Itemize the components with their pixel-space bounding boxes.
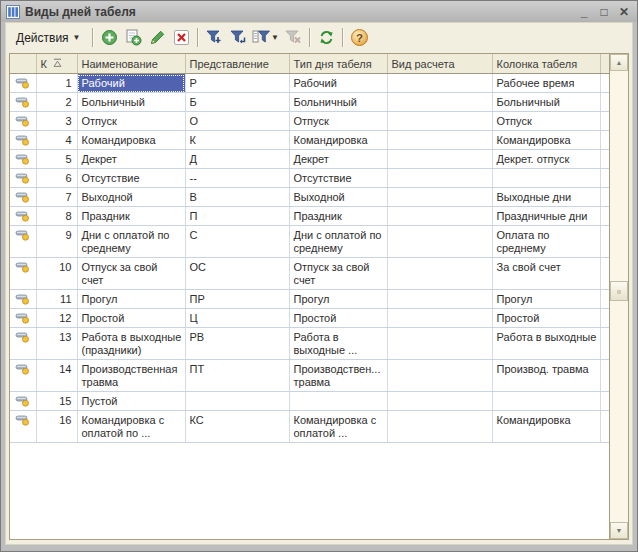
day-type-cell[interactable]: Отсутствие — [289, 169, 387, 188]
code-cell[interactable]: 14 — [36, 360, 77, 392]
header-presentation[interactable]: Представление — [185, 54, 289, 74]
filler-cell[interactable] — [600, 131, 609, 150]
name-cell[interactable]: Отпуск за свой счет — [77, 258, 185, 290]
timesheet-column-cell[interactable] — [492, 169, 600, 188]
presentation-cell[interactable]: С — [185, 226, 289, 258]
filler-cell[interactable] — [600, 392, 609, 411]
calc-kind-cell[interactable] — [387, 112, 492, 131]
presentation-cell[interactable]: РВ — [185, 328, 289, 360]
titlebar[interactable]: Виды дней табеля _ □ ✕ — [1, 1, 637, 22]
presentation-cell[interactable]: О — [185, 112, 289, 131]
name-cell[interactable]: Работа в выходные (праздники) — [77, 328, 185, 360]
refresh-button[interactable] — [315, 26, 338, 49]
filler-cell[interactable] — [600, 150, 609, 169]
name-cell[interactable]: Рабочий — [77, 74, 185, 93]
name-cell[interactable]: Отсутствие — [77, 169, 185, 188]
code-cell[interactable]: 12 — [36, 309, 77, 328]
filter-and-sort-button[interactable] — [203, 26, 226, 49]
timesheet-column-cell[interactable]: Праздничные дни — [492, 207, 600, 226]
scrollbar-thumb[interactable] — [610, 281, 628, 301]
header-timesheet-column[interactable]: Колонка табеля — [492, 54, 600, 74]
help-button[interactable]: ? — [348, 26, 371, 49]
filler-cell[interactable] — [600, 360, 609, 392]
code-cell[interactable]: 10 — [36, 258, 77, 290]
calc-kind-cell[interactable] — [387, 328, 492, 360]
presentation-cell[interactable]: Р — [185, 74, 289, 93]
day-type-cell[interactable]: Декрет — [289, 150, 387, 169]
presentation-cell[interactable]: П — [185, 207, 289, 226]
calc-kind-cell[interactable] — [387, 290, 492, 309]
name-cell[interactable]: Прогул — [77, 290, 185, 309]
presentation-cell[interactable]: Ц — [185, 309, 289, 328]
presentation-cell[interactable]: ОС — [185, 258, 289, 290]
code-cell[interactable]: 16 — [36, 411, 77, 443]
day-type-cell[interactable]: Дни с оплатой по среднему — [289, 226, 387, 258]
scroll-down-button[interactable]: ▼ — [610, 522, 628, 539]
code-cell[interactable]: 7 — [36, 188, 77, 207]
code-cell[interactable]: 1 — [36, 74, 77, 93]
filler-cell[interactable] — [600, 169, 609, 188]
timesheet-column-cell[interactable]: За свой счет — [492, 258, 600, 290]
presentation-cell[interactable]: Б — [185, 93, 289, 112]
timesheet-column-cell[interactable]: Декрет. отпуск — [492, 150, 600, 169]
timesheet-column-cell[interactable]: Рабочее время — [492, 74, 600, 93]
name-cell[interactable]: Больничный — [77, 93, 185, 112]
code-cell[interactable]: 15 — [36, 392, 77, 411]
filler-cell[interactable] — [600, 207, 609, 226]
day-type-cell[interactable]: Отпуск за свой счет — [289, 258, 387, 290]
name-cell[interactable]: Декрет — [77, 150, 185, 169]
add-copy-button[interactable] — [122, 26, 145, 49]
code-cell[interactable]: 13 — [36, 328, 77, 360]
calc-kind-cell[interactable] — [387, 188, 492, 207]
maximize-button[interactable]: □ — [596, 4, 612, 20]
timesheet-column-cell[interactable]: Простой — [492, 309, 600, 328]
day-type-cell[interactable]: Выходной — [289, 188, 387, 207]
filler-cell[interactable] — [600, 411, 609, 443]
calc-kind-cell[interactable] — [387, 226, 492, 258]
name-cell[interactable]: Дни с оплатой по среднему — [77, 226, 185, 258]
add-button[interactable] — [98, 26, 121, 49]
scrollbar-track[interactable] — [610, 71, 628, 522]
timesheet-column-cell[interactable]: Работа в выходные — [492, 328, 600, 360]
day-type-cell[interactable]: Праздник — [289, 207, 387, 226]
timesheet-column-cell[interactable]: Выходные дни — [492, 188, 600, 207]
day-type-cell[interactable]: Отпуск — [289, 112, 387, 131]
day-type-cell[interactable] — [289, 392, 387, 411]
name-cell[interactable]: Праздник — [77, 207, 185, 226]
close-button[interactable]: ✕ — [616, 4, 632, 20]
code-cell[interactable]: 4 — [36, 131, 77, 150]
calc-kind-cell[interactable] — [387, 150, 492, 169]
presentation-cell[interactable]: КС — [185, 411, 289, 443]
presentation-cell[interactable]: ПТ — [185, 360, 289, 392]
minimize-button[interactable]: _ — [576, 4, 592, 20]
day-type-cell[interactable]: Больничный — [289, 93, 387, 112]
name-cell[interactable]: Простой — [77, 309, 185, 328]
header-code[interactable]: К — [36, 54, 77, 74]
timesheet-column-cell[interactable]: Отпуск — [492, 112, 600, 131]
filler-cell[interactable] — [600, 328, 609, 360]
timesheet-column-cell[interactable]: Прогул — [492, 290, 600, 309]
calc-kind-cell[interactable] — [387, 93, 492, 112]
calc-kind-cell[interactable] — [387, 309, 492, 328]
day-type-cell[interactable]: Работа в выходные ... — [289, 328, 387, 360]
presentation-cell[interactable]: Д — [185, 150, 289, 169]
presentation-cell[interactable] — [185, 392, 289, 411]
code-cell[interactable]: 8 — [36, 207, 77, 226]
code-cell[interactable]: 11 — [36, 290, 77, 309]
timesheet-column-cell[interactable]: Больничный — [492, 93, 600, 112]
code-cell[interactable]: 6 — [36, 169, 77, 188]
code-cell[interactable]: 2 — [36, 93, 77, 112]
header-name[interactable]: Наименование — [77, 54, 185, 74]
filler-cell[interactable] — [600, 226, 609, 258]
filler-cell[interactable] — [600, 290, 609, 309]
day-type-cell[interactable]: Прогул — [289, 290, 387, 309]
vertical-scrollbar[interactable]: ▲ ▼ — [609, 54, 628, 539]
day-type-cell[interactable]: Командировка — [289, 131, 387, 150]
timesheet-column-cell[interactable]: Производ. травма — [492, 360, 600, 392]
filler-cell[interactable] — [600, 93, 609, 112]
timesheet-column-cell[interactable]: Командировка — [492, 411, 600, 443]
timesheet-column-cell[interactable]: Командировка — [492, 131, 600, 150]
timesheet-column-cell[interactable] — [492, 392, 600, 411]
calc-kind-cell[interactable] — [387, 169, 492, 188]
calc-kind-cell[interactable] — [387, 360, 492, 392]
